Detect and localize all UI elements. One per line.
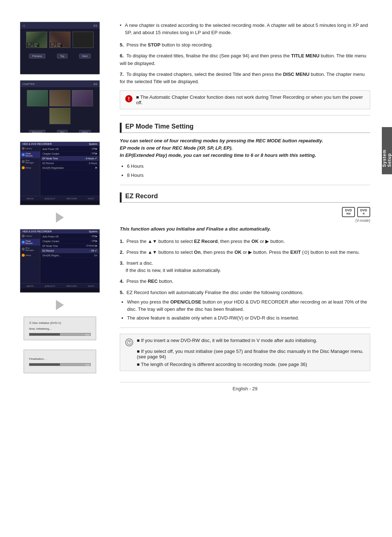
note-text-2: ■ If you select off, you must initialise… bbox=[125, 349, 365, 359]
ez-record-heading: EZ Record bbox=[120, 192, 370, 203]
dvd-r-badge: DVD R bbox=[357, 207, 370, 217]
prev-btn[interactable]: Previous bbox=[29, 54, 45, 58]
note-box: ■ If you insert a new DVD-RW disc, it wi… bbox=[120, 334, 370, 371]
loading-screen-2: Finalisation... 50% bbox=[24, 350, 96, 373]
ep-mode-line1: You can select one of four recording mod… bbox=[120, 137, 370, 145]
next-btn-2[interactable]: Next bbox=[79, 130, 91, 133]
page-footer: English - 29 bbox=[120, 382, 370, 395]
ez-subbullet-1: When you press the OPEN/CLOSE button on … bbox=[127, 298, 370, 313]
top-btn[interactable]: Top bbox=[57, 54, 68, 58]
step-5: 5. Press the STOP button to stop recordi… bbox=[120, 41, 370, 49]
arrow-down bbox=[56, 212, 64, 223]
ep-mode-heading: EP Mode Time Setting bbox=[120, 123, 370, 133]
menu-mock-ep: HDD & DVD RECORDER System Library Timer … bbox=[20, 142, 100, 205]
ep-mode-line3: In EP(Extended Play) mode, you can set r… bbox=[120, 152, 370, 159]
warning-icon: ! bbox=[125, 95, 132, 102]
menu-mock-ez: HDD & DVD RECORDER System Library Timer … bbox=[20, 229, 100, 293]
top-btn-2[interactable]: Top bbox=[57, 130, 68, 133]
ep-mode-line2: EP mode is one of four REC Mode (XP, SP,… bbox=[120, 145, 370, 152]
warning-text: ■ The Automatic Chapter Creator function… bbox=[136, 94, 365, 105]
page-number: English - 29 bbox=[233, 386, 258, 391]
ep-mode-bullets: 6 Hours 8 Hours bbox=[120, 163, 370, 179]
ez-step-4: 4. Press the REC button. bbox=[120, 278, 370, 285]
loading-text-1: ① Disc Initialise (DVD-V) bbox=[29, 321, 91, 325]
dvd-rw-badge: DVD RW bbox=[342, 207, 355, 217]
step-7-num: 7. bbox=[120, 72, 124, 77]
side-tab: System Setup bbox=[382, 127, 392, 174]
left-panel: ◁ 1/1 Jan 1 200717:30 PM Jan 1 200717:30… bbox=[0, 15, 113, 522]
warning-box: ! ■ The Automatic Chapter Creator functi… bbox=[120, 90, 370, 109]
ep-bullet-2: 8 Hours bbox=[127, 172, 370, 179]
right-panel: A new chapter is created according to th… bbox=[113, 15, 392, 522]
step-5-num: 5. bbox=[120, 42, 124, 48]
ez-step-3: 3. Insert a disc. If the disc is new, it… bbox=[120, 260, 370, 274]
intro-section: A new chapter is created according to th… bbox=[120, 22, 370, 36]
vmode-label: (V-mode) bbox=[120, 219, 370, 223]
ez-function-desc: This function allows you Initialise and … bbox=[120, 225, 370, 233]
step-7: 7. To display the created chapters, sele… bbox=[120, 71, 370, 85]
ez-step-2: 2. Press the ▲▼ buttons to select On, th… bbox=[120, 249, 370, 256]
screen-mock-titles: ◁ 1/1 Jan 1 200717:30 PM Jan 1 200717:30… bbox=[20, 22, 100, 74]
note-icon bbox=[125, 338, 133, 346]
note-text-3: ■ The length of Recording is different a… bbox=[125, 362, 307, 367]
side-tab-label: System Setup bbox=[382, 134, 392, 167]
dvd-icons: DVD RW DVD R bbox=[120, 207, 370, 217]
ez-subbullet-2: The above feature is available only when… bbox=[127, 314, 370, 322]
step-6: 6. To display the created titles, finali… bbox=[120, 52, 370, 67]
step-6-num: 6. bbox=[120, 53, 124, 58]
next-btn[interactable]: Next bbox=[79, 54, 91, 58]
ep-mode-intro: You can select one of four recording mod… bbox=[120, 137, 370, 159]
prev-btn-2[interactable]: Previous bbox=[29, 130, 45, 133]
ep-bullet-1: 6 Hours bbox=[127, 163, 370, 170]
loading-screen-1: ① Disc Initialise (DVD-V) Now, Initialis… bbox=[24, 317, 96, 340]
screen-mock-chapters: CHAPTER 1/1 Previous Top Next bbox=[20, 80, 100, 133]
intro-bullet: A new chapter is created according to th… bbox=[120, 22, 370, 36]
ez-step-1: 1. Press the ▲▼ buttons to select EZ Rec… bbox=[120, 238, 370, 245]
ez-step-5: 5. EZ Record function will automatically… bbox=[120, 289, 370, 322]
loading-text-2: Finalisation... bbox=[29, 357, 91, 361]
arrow-down-2 bbox=[56, 300, 64, 310]
loading-subtext: Now, Initialising... bbox=[29, 327, 91, 330]
note-text-1: ■ If you insert a new DVD-RW disc, it wi… bbox=[137, 338, 317, 343]
